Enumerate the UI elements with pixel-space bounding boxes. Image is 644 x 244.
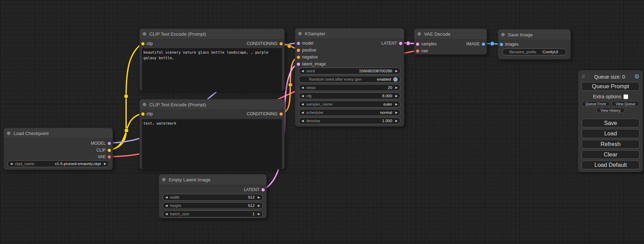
load-default-button[interactable]: Load Default: [582, 161, 639, 169]
collapse-dot-icon[interactable]: [162, 178, 166, 181]
collapse-dot-icon[interactable]: [143, 103, 146, 106]
increment-arrow-icon[interactable]: ▶: [104, 162, 106, 165]
increment-arrow-icon[interactable]: ▶: [395, 70, 398, 73]
output-port-conditioning[interactable]: [280, 112, 283, 116]
load-button[interactable]: Load: [582, 129, 639, 138]
node-title: Save Image: [508, 32, 533, 37]
node-titlebar[interactable]: CLIP Text Encode (Prompt): [140, 29, 284, 39]
increment-arrow-icon[interactable]: ▶: [395, 103, 398, 106]
reroute-dot: [490, 42, 494, 46]
widget-label: height: [170, 204, 181, 208]
input-port-clip[interactable]: [141, 42, 144, 45]
node-title: Empty Latent Image: [169, 177, 211, 182]
output-port-latent[interactable]: [399, 42, 402, 45]
node-clip-text-encode-negative[interactable]: CLIP Text Encode (Prompt) clip CONDITION…: [139, 99, 285, 169]
widget-height[interactable]: ◀ height 512 ▶: [162, 202, 263, 209]
output-port-image[interactable]: [482, 43, 485, 46]
widget-value: 20: [388, 85, 392, 90]
node-titlebar[interactable]: Save Image: [498, 29, 571, 40]
collapse-dot-icon[interactable]: [501, 33, 505, 36]
extra-options-checkbox[interactable]: [624, 94, 628, 99]
decrement-arrow-icon[interactable]: ◀: [301, 94, 304, 98]
increment-arrow-icon[interactable]: ▶: [395, 94, 398, 98]
decrement-arrow-icon[interactable]: ◀: [301, 119, 304, 123]
output-port-vae[interactable]: [108, 155, 111, 159]
decrement-arrow-icon[interactable]: ◀: [10, 162, 12, 165]
clear-button[interactable]: Clear: [582, 150, 639, 159]
node-titlebar[interactable]: Load Checkpoint: [4, 128, 113, 139]
collapse-dot-icon[interactable]: [143, 32, 146, 36]
node-clip-text-encode-positive[interactable]: CLIP Text Encode (Prompt) clip CONDITION…: [139, 28, 285, 91]
widget-cfg[interactable]: ◀ cfg 8.000 ▶: [299, 92, 400, 99]
output-port-conditioning[interactable]: [280, 42, 283, 45]
reroute-dot: [124, 128, 129, 133]
queue-prompt-button[interactable]: Queue Prompt: [582, 82, 639, 91]
increment-arrow-icon[interactable]: ▶: [258, 196, 260, 199]
input-port-latent-image[interactable]: [297, 63, 300, 66]
decrement-arrow-icon[interactable]: ◀: [301, 86, 304, 89]
collapse-dot-icon[interactable]: [7, 132, 10, 135]
input-port-images[interactable]: [500, 43, 503, 46]
widget-value: euler: [383, 102, 392, 106]
decrement-arrow-icon[interactable]: ◀: [165, 204, 168, 207]
input-label: samples: [421, 42, 437, 46]
output-label: CONDITIONING: [247, 111, 277, 116]
decrement-arrow-icon[interactable]: ◀: [301, 111, 304, 114]
widget-value: 512: [248, 195, 255, 199]
widget-seed[interactable]: ◀ seed 156680208700286 ▶: [299, 67, 400, 74]
drag-handle-icon[interactable]: ⠿: [582, 74, 585, 79]
increment-arrow-icon[interactable]: ▶: [395, 119, 398, 123]
node-titlebar[interactable]: VAE Decode: [414, 29, 487, 39]
node-empty-latent-image[interactable]: Empty Latent Image LATENT ◀ width 512 ▶ …: [159, 174, 267, 218]
input-port-positive[interactable]: [297, 49, 300, 52]
node-load-checkpoint[interactable]: Load Checkpoint MODEL CLIP VAE ◀ ckpt_na…: [3, 128, 113, 170]
decrement-arrow-icon[interactable]: ◀: [165, 213, 168, 216]
output-port-clip[interactable]: [108, 149, 111, 152]
view-history-button[interactable]: View History: [597, 108, 624, 113]
toggle-icon[interactable]: [393, 77, 398, 82]
node-save-image[interactable]: Save Image images filename_prefix ComfyU…: [498, 29, 571, 60]
increment-arrow-icon[interactable]: ▶: [395, 86, 398, 89]
node-title: Load Checkpoint: [14, 131, 48, 136]
node-titlebar[interactable]: CLIP Text Encode (Prompt): [140, 99, 284, 110]
widget-label: denoise: [306, 119, 320, 123]
input-port-model[interactable]: [297, 42, 300, 45]
node-titlebar[interactable]: KSampler: [295, 28, 404, 39]
prompt-text-field[interactable]: beautiful scenery nature glass bottle la…: [142, 48, 282, 92]
increment-arrow-icon[interactable]: ▶: [258, 204, 260, 207]
widget-width[interactable]: ◀ width 512 ▶: [162, 194, 263, 201]
decrement-arrow-icon[interactable]: ◀: [301, 103, 304, 106]
increment-arrow-icon[interactable]: ▶: [395, 111, 398, 114]
input-port-clip[interactable]: [141, 112, 144, 116]
view-queue-button[interactable]: View Queue: [611, 101, 639, 106]
prompt-text-field[interactable]: text, watermark: [142, 119, 282, 169]
widget-value: 156680208700286: [359, 69, 392, 73]
increment-arrow-icon[interactable]: ▶: [258, 213, 260, 216]
node-titlebar[interactable]: Empty Latent Image: [159, 174, 266, 185]
save-button[interactable]: Save: [582, 119, 639, 127]
widget-ckpt-name[interactable]: ◀ ckpt_name v1-5-pruned-emaonly.ckpt ▶: [7, 160, 109, 167]
settings-gear-icon[interactable]: ⚙: [634, 74, 639, 80]
collapse-dot-icon[interactable]: [298, 32, 302, 35]
input-port-samples[interactable]: [416, 43, 419, 46]
refresh-button[interactable]: Refresh: [582, 140, 639, 148]
widget-random-seed-toggle[interactable]: Random seed after every gen enabled: [299, 76, 400, 83]
widget-sampler-name[interactable]: ◀ sampler_name euler ▶: [299, 101, 400, 108]
decrement-arrow-icon[interactable]: ◀: [165, 196, 168, 199]
widget-scheduler[interactable]: ◀ scheduler normal ▶: [299, 109, 400, 116]
input-port-negative[interactable]: [297, 56, 300, 59]
widget-batch-size[interactable]: ◀ batch_size 1 ▶: [162, 210, 263, 217]
decrement-arrow-icon[interactable]: ◀: [301, 70, 304, 73]
output-port-latent[interactable]: [262, 188, 265, 191]
input-port-vae[interactable]: [416, 49, 419, 53]
output-port-model[interactable]: [108, 142, 111, 145]
widget-steps[interactable]: ◀ steps 20 ▶: [299, 84, 400, 91]
widget-filename-prefix[interactable]: filename_prefix ComfyUI: [502, 48, 566, 55]
widget-denoise[interactable]: ◀ denoise 1.000 ▶: [299, 117, 400, 124]
node-vae-decode[interactable]: VAE Decode samples IMAGE vae: [414, 28, 487, 55]
input-label: vae: [421, 48, 428, 53]
node-ksampler[interactable]: KSampler model LATENT positive negative …: [295, 28, 404, 127]
queue-front-button[interactable]: Queue Front: [582, 101, 610, 106]
output-label: MODEL: [91, 141, 106, 146]
collapse-dot-icon[interactable]: [417, 32, 421, 36]
